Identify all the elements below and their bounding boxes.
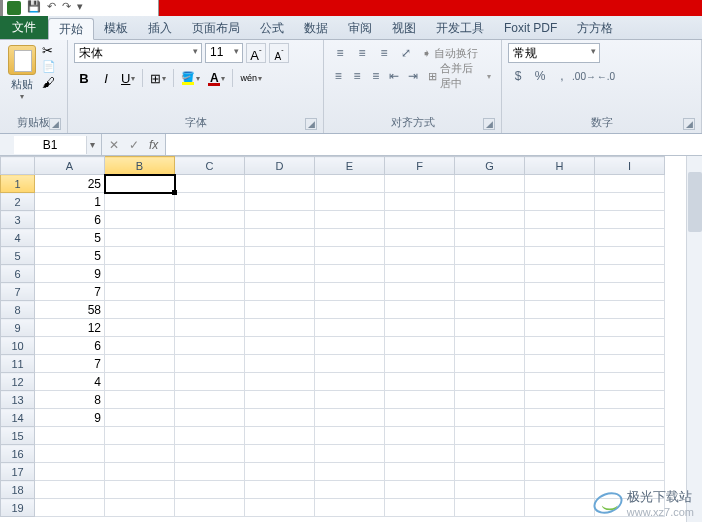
tab-0[interactable]: 开始 — [48, 18, 94, 40]
cell-C19[interactable] — [175, 499, 245, 517]
cell-G14[interactable] — [455, 409, 525, 427]
cell-B17[interactable] — [105, 463, 175, 481]
cell-G5[interactable] — [455, 247, 525, 265]
cell-H2[interactable] — [525, 193, 595, 211]
cell-E6[interactable] — [315, 265, 385, 283]
row-header-10[interactable]: 10 — [1, 337, 35, 355]
copy-icon[interactable]: 📄 — [42, 60, 56, 73]
cell-E15[interactable] — [315, 427, 385, 445]
qat-save-icon[interactable]: 💾 — [25, 0, 43, 13]
clipboard-dialog-launcher[interactable]: ◢ — [49, 118, 61, 130]
cell-C9[interactable] — [175, 319, 245, 337]
cell-E3[interactable] — [315, 211, 385, 229]
cell-D15[interactable] — [245, 427, 315, 445]
cell-I5[interactable] — [595, 247, 665, 265]
cell-H7[interactable] — [525, 283, 595, 301]
row-header-7[interactable]: 7 — [1, 283, 35, 301]
cell-D17[interactable] — [245, 463, 315, 481]
name-box-input[interactable] — [14, 136, 86, 154]
cell-G3[interactable] — [455, 211, 525, 229]
cell-H4[interactable] — [525, 229, 595, 247]
cell-H19[interactable] — [525, 499, 595, 517]
cell-D6[interactable] — [245, 265, 315, 283]
cell-I15[interactable] — [595, 427, 665, 445]
tab-7[interactable]: 视图 — [382, 17, 426, 39]
cell-B3[interactable] — [105, 211, 175, 229]
cell-F13[interactable] — [385, 391, 455, 409]
cell-E2[interactable] — [315, 193, 385, 211]
align-right-button[interactable]: ≡ — [367, 66, 384, 86]
cell-F18[interactable] — [385, 481, 455, 499]
cell-A13[interactable]: 8 — [35, 391, 105, 409]
accounting-format-button[interactable]: $ — [508, 66, 528, 86]
cell-C5[interactable] — [175, 247, 245, 265]
cell-E18[interactable] — [315, 481, 385, 499]
cell-I6[interactable] — [595, 265, 665, 283]
cell-A11[interactable]: 7 — [35, 355, 105, 373]
cell-H16[interactable] — [525, 445, 595, 463]
cell-A14[interactable]: 9 — [35, 409, 105, 427]
wrap-text-button[interactable]: ➧自动换行 — [418, 43, 482, 63]
phonetic-button[interactable]: wén — [237, 67, 265, 89]
cell-E4[interactable] — [315, 229, 385, 247]
row-header-12[interactable]: 12 — [1, 373, 35, 391]
cell-B14[interactable] — [105, 409, 175, 427]
cell-C4[interactable] — [175, 229, 245, 247]
cell-A12[interactable]: 4 — [35, 373, 105, 391]
tab-3[interactable]: 页面布局 — [182, 17, 250, 39]
cell-D8[interactable] — [245, 301, 315, 319]
cell-H9[interactable] — [525, 319, 595, 337]
cell-I11[interactable] — [595, 355, 665, 373]
cell-I4[interactable] — [595, 229, 665, 247]
cell-F9[interactable] — [385, 319, 455, 337]
col-header-D[interactable]: D — [245, 157, 315, 175]
fx-button[interactable]: fx — [146, 138, 161, 152]
cell-I19[interactable] — [595, 499, 665, 517]
grow-font-button[interactable]: Aˆ — [246, 43, 266, 63]
cell-G4[interactable] — [455, 229, 525, 247]
cell-I14[interactable] — [595, 409, 665, 427]
name-box-dropdown[interactable]: ▾ — [86, 136, 97, 154]
tab-5[interactable]: 数据 — [294, 17, 338, 39]
cell-F12[interactable] — [385, 373, 455, 391]
cell-F6[interactable] — [385, 265, 455, 283]
name-box[interactable]: ▾ — [0, 134, 102, 155]
col-header-E[interactable]: E — [315, 157, 385, 175]
cell-F14[interactable] — [385, 409, 455, 427]
cell-A2[interactable]: 1 — [35, 193, 105, 211]
cell-F16[interactable] — [385, 445, 455, 463]
cell-B2[interactable] — [105, 193, 175, 211]
cell-I9[interactable] — [595, 319, 665, 337]
row-header-18[interactable]: 18 — [1, 481, 35, 499]
select-all-corner[interactable] — [1, 157, 35, 175]
cell-G1[interactable] — [455, 175, 525, 193]
cell-A17[interactable] — [35, 463, 105, 481]
cell-F11[interactable] — [385, 355, 455, 373]
shrink-font-button[interactable]: Aˇ — [269, 43, 289, 63]
cell-E11[interactable] — [315, 355, 385, 373]
cell-D14[interactable] — [245, 409, 315, 427]
paste-button[interactable]: 粘贴 ▾ — [6, 43, 38, 103]
cell-G18[interactable] — [455, 481, 525, 499]
cell-I8[interactable] — [595, 301, 665, 319]
comma-format-button[interactable]: , — [552, 66, 572, 86]
cell-D9[interactable] — [245, 319, 315, 337]
cell-G6[interactable] — [455, 265, 525, 283]
tab-10[interactable]: 方方格 — [567, 17, 623, 39]
cell-G16[interactable] — [455, 445, 525, 463]
cell-B7[interactable] — [105, 283, 175, 301]
cell-H12[interactable] — [525, 373, 595, 391]
cell-B18[interactable] — [105, 481, 175, 499]
cell-G2[interactable] — [455, 193, 525, 211]
cell-E13[interactable] — [315, 391, 385, 409]
cell-G10[interactable] — [455, 337, 525, 355]
tab-9[interactable]: Foxit PDF — [494, 17, 567, 39]
cell-G8[interactable] — [455, 301, 525, 319]
font-name-combo[interactable]: 宋体 — [74, 43, 202, 63]
cell-H14[interactable] — [525, 409, 595, 427]
cell-C17[interactable] — [175, 463, 245, 481]
vertical-scrollbar[interactable] — [686, 156, 702, 522]
tab-2[interactable]: 插入 — [138, 17, 182, 39]
formula-cancel-button[interactable]: ✕ — [106, 138, 122, 152]
cell-F7[interactable] — [385, 283, 455, 301]
